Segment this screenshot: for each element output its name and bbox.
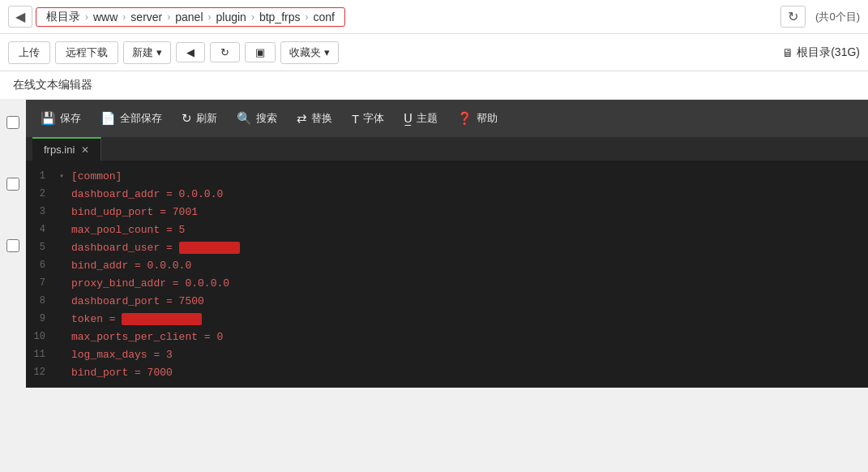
- line-content-6: bind_addr = 0.0.0.0: [68, 260, 868, 272]
- side-checkbox-2[interactable]: [6, 178, 19, 191]
- editor-main: 💾 保存 📄 全部保存 ↻ 刷新 🔍 搜索 ⇄ 替换: [26, 100, 868, 388]
- line-fold-3: [55, 208, 68, 217]
- help-button[interactable]: ❓ 帮助: [449, 106, 506, 131]
- refresh-editor-button[interactable]: ↻ 刷新: [173, 106, 225, 131]
- refresh-editor-label: 刷新: [196, 111, 217, 126]
- code-area[interactable]: 1 ▾ [common] 2 dashboard_addr = 0.0.0.0 …: [26, 161, 868, 388]
- line-fold-12: [55, 368, 68, 377]
- line-9-highlight: [122, 313, 201, 325]
- line-content-12: bind_port = 7000: [68, 367, 868, 379]
- breadcrumb-plugin[interactable]: plugin: [212, 11, 251, 24]
- search-icon: 🔍: [237, 111, 252, 126]
- breadcrumb-www[interactable]: www: [88, 11, 122, 24]
- search-button[interactable]: 🔍 搜索: [229, 106, 285, 131]
- help-icon: ❓: [457, 111, 472, 126]
- code-line-12: 12 bind_port = 7000: [26, 363, 868, 381]
- line-fold-5: [55, 243, 68, 252]
- line-num-12: 12: [26, 367, 55, 378]
- remote-download-label: 远程下载: [66, 45, 108, 60]
- side-checkbox-3[interactable]: [6, 239, 19, 252]
- line-fold-11: [55, 350, 68, 359]
- breadcrumb-server[interactable]: server: [126, 11, 167, 24]
- tab-close-button[interactable]: ✕: [81, 144, 89, 156]
- line-num-5: 5: [26, 242, 55, 253]
- file-toolbar: 上传 远程下载 新建 ▾ ◀ ↻ ▣ 收藏夹 ▾ 🖥 根目录(31G): [0, 34, 868, 71]
- line-fold-4: [55, 225, 68, 234]
- side-checkbox-1[interactable]: [6, 116, 19, 129]
- line-9-text: token =: [71, 313, 122, 325]
- line-num-3: 3: [26, 206, 55, 217]
- line-num-4: 4: [26, 224, 55, 235]
- toolbar-refresh-icon: ↻: [220, 46, 229, 58]
- line-content-3: bind_udp_port = 7001: [68, 206, 868, 218]
- save-button[interactable]: 💾 保存: [32, 106, 89, 131]
- back-button[interactable]: ◀: [8, 6, 32, 28]
- code-line-3: 3 bind_udp_port = 7001: [26, 203, 868, 221]
- breadcrumb-bar: ◀ 根目录 › www › server › panel › plugin › …: [0, 0, 868, 34]
- upload-button[interactable]: 上传: [8, 41, 50, 64]
- line-num-8: 8: [26, 295, 55, 307]
- breadcrumb-panel[interactable]: panel: [170, 11, 207, 24]
- line-5-highlight: [179, 242, 240, 254]
- main-area: 💾 保存 📄 全部保存 ↻ 刷新 🔍 搜索 ⇄ 替换: [0, 100, 868, 388]
- line-num-10: 10: [26, 331, 55, 342]
- theme-button[interactable]: U̲ 主题: [396, 106, 446, 131]
- editor-container: 在线文本编辑器 💾 保存 📄 全部保存 ↻ 刷新: [0, 71, 868, 388]
- bookmarks-dropdown-icon: ▾: [324, 46, 330, 58]
- tab-frps-ini[interactable]: frps.ini ✕: [32, 137, 101, 161]
- line-content-4: max_pool_count = 5: [68, 224, 868, 236]
- side-checks: [0, 100, 26, 388]
- code-line-2: 2 dashboard_addr = 0.0.0.0: [26, 185, 868, 203]
- toolbar-back-icon: ◀: [186, 46, 195, 58]
- disk-icon: 🖥: [782, 46, 793, 59]
- line-content-1: [common]: [68, 170, 868, 182]
- code-line-9: 9 token =: [26, 310, 868, 328]
- replace-button[interactable]: ⇄ 替换: [289, 106, 340, 131]
- theme-icon: U̲: [404, 111, 413, 126]
- refresh-button[interactable]: ↻: [780, 6, 806, 28]
- line-num-2: 2: [26, 188, 55, 200]
- new-button[interactable]: 新建 ▾: [123, 41, 171, 64]
- theme-label: 主题: [417, 111, 438, 126]
- tab-bar: frps.ini ✕: [26, 137, 868, 161]
- breadcrumb-btp-frps[interactable]: btp_frps: [254, 11, 306, 24]
- bookmarks-label: 收藏夹: [289, 45, 321, 60]
- line-fold-10: [55, 333, 68, 341]
- disk-label-text: 根目录(31G): [797, 45, 860, 60]
- line-fold-9: [55, 315, 68, 324]
- tab-filename: frps.ini: [44, 144, 75, 156]
- line-content-11: log_max_days = 3: [68, 349, 868, 361]
- breadcrumb-conf[interactable]: conf: [308, 11, 339, 24]
- code-line-7: 7 proxy_bind_addr = 0.0.0.0: [26, 274, 868, 292]
- font-button[interactable]: T 字体: [344, 106, 392, 131]
- terminal-button[interactable]: ▣: [245, 42, 276, 62]
- line-fold-7: [55, 279, 68, 288]
- replace-label: 替换: [311, 111, 332, 126]
- remote-download-button[interactable]: 远程下载: [55, 41, 118, 64]
- save-all-label: 全部保存: [120, 111, 162, 126]
- toolbar-back-button[interactable]: ◀: [176, 42, 205, 62]
- bookmarks-button[interactable]: 收藏夹 ▾: [280, 41, 339, 64]
- font-icon: T: [352, 112, 359, 126]
- count-label: (共0个目): [815, 10, 860, 24]
- line-fold-2: [55, 190, 68, 199]
- line-num-6: 6: [26, 260, 55, 271]
- text-editor-toolbar: 💾 保存 📄 全部保存 ↻ 刷新 🔍 搜索 ⇄ 替换: [26, 100, 868, 137]
- line-content-8: dashboard_port = 7500: [68, 295, 868, 307]
- line-content-2: dashboard_addr = 0.0.0.0: [68, 188, 868, 200]
- refresh-editor-icon: ↻: [182, 111, 192, 126]
- breadcrumb-root[interactable]: 根目录: [41, 10, 85, 24]
- upload-label: 上传: [19, 45, 40, 60]
- save-all-button[interactable]: 📄 全部保存: [92, 106, 170, 131]
- code-line-1: 1 ▾ [common]: [26, 167, 868, 185]
- new-label: 新建: [132, 45, 153, 60]
- line-num-1: 1: [26, 170, 55, 182]
- save-icon: 💾: [41, 111, 56, 126]
- line-fold-1[interactable]: ▾: [55, 171, 68, 181]
- code-line-8: 8 dashboard_port = 7500: [26, 292, 868, 310]
- toolbar-refresh-button[interactable]: ↻: [210, 42, 240, 62]
- line-num-11: 11: [26, 349, 55, 360]
- code-line-10: 10 max_ports_per_client = 0: [26, 328, 868, 345]
- line-content-10: max_ports_per_client = 0: [68, 331, 868, 343]
- line-content-9: token =: [68, 313, 868, 325]
